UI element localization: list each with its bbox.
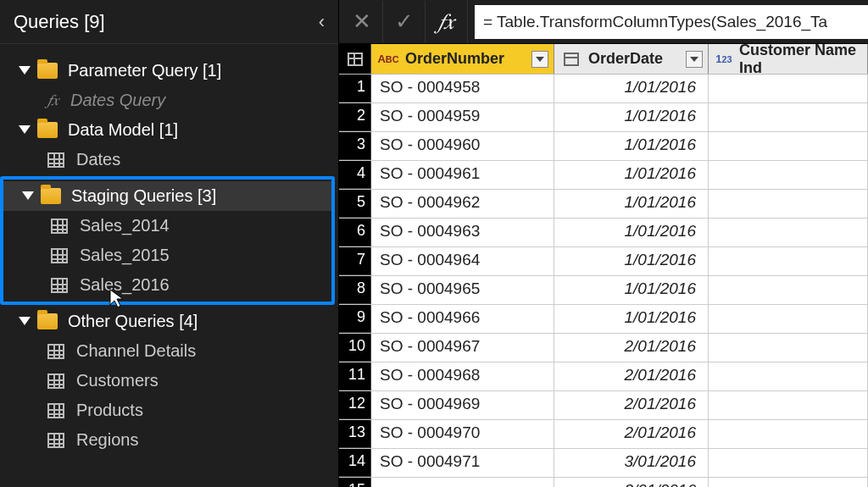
cell-customer[interactable]: [709, 478, 868, 487]
cell-ordernumber[interactable]: SO - 0004966: [371, 305, 554, 333]
cell-customer[interactable]: [709, 219, 868, 246]
cell-ordernumber[interactable]: SO - 0004964: [371, 247, 554, 275]
cell-customer[interactable]: [709, 334, 868, 362]
table-row[interactable]: 10SO - 00049672/01/2016: [339, 334, 868, 362]
row-number[interactable]: 3: [339, 132, 371, 160]
cell-ordernumber[interactable]: SO - 0004971: [371, 449, 554, 477]
cell-orderdate[interactable]: 1/01/2016: [554, 305, 709, 333]
row-number[interactable]: 11: [339, 362, 371, 390]
column-header-orderdate[interactable]: OrderDate: [554, 44, 709, 74]
cell-orderdate[interactable]: 3/01/2016: [554, 478, 709, 487]
cell-orderdate[interactable]: 1/01/2016: [554, 190, 709, 218]
cell-ordernumber[interactable]: SO - 0004967: [371, 334, 554, 362]
row-number[interactable]: 9: [339, 305, 371, 333]
query-item[interactable]: Products: [0, 396, 338, 425]
cell-orderdate[interactable]: 2/01/2016: [554, 362, 709, 390]
collapse-pane-icon[interactable]: ‹: [319, 11, 325, 33]
cell-orderdate[interactable]: 1/01/2016: [554, 161, 709, 189]
commit-formula-button[interactable]: ✓: [383, 1, 426, 43]
cell-customer[interactable]: [709, 449, 868, 477]
cell-ordernumber[interactable]: [371, 478, 554, 487]
cell-customer[interactable]: [709, 161, 868, 189]
cell-ordernumber[interactable]: SO - 0004961: [371, 161, 554, 189]
table-row[interactable]: 1SO - 00049581/01/2016: [339, 75, 868, 103]
column-header-ordernumber[interactable]: ABC OrderNumber: [371, 44, 554, 74]
query-item[interactable]: 𝑓𝑥Dates Query: [0, 86, 338, 115]
cell-customer[interactable]: [709, 420, 868, 448]
table-row[interactable]: 3SO - 00049601/01/2016: [339, 132, 868, 161]
cell-orderdate[interactable]: 1/01/2016: [554, 132, 709, 160]
cell-customer[interactable]: [709, 305, 868, 333]
table-row[interactable]: 153/01/2016: [339, 478, 868, 487]
formula-input[interactable]: = Table.TransformColumnTypes(Sales_2016_…: [475, 5, 868, 39]
cell-orderdate[interactable]: 3/01/2016: [554, 449, 709, 477]
select-all-corner[interactable]: [339, 44, 371, 74]
cell-customer[interactable]: [709, 103, 868, 131]
cell-ordernumber[interactable]: SO - 0004960: [371, 132, 554, 160]
query-item[interactable]: Sales_2014: [3, 211, 331, 241]
cell-orderdate[interactable]: 1/01/2016: [554, 75, 709, 102]
table-row[interactable]: 12SO - 00049692/01/2016: [339, 391, 868, 420]
query-item[interactable]: Sales_2015: [3, 241, 331, 270]
column-header-customer[interactable]: 123 Customer Name Ind: [709, 44, 868, 74]
row-number[interactable]: 2: [339, 103, 371, 131]
cell-orderdate[interactable]: 1/01/2016: [554, 103, 709, 131]
cell-customer[interactable]: [709, 75, 868, 102]
cell-customer[interactable]: [709, 362, 868, 390]
table-row[interactable]: 7SO - 00049641/01/2016: [339, 247, 868, 276]
row-number[interactable]: 8: [339, 276, 371, 304]
query-item[interactable]: Sales_2016: [3, 270, 331, 300]
cell-ordernumber[interactable]: SO - 0004965: [371, 276, 554, 304]
query-item[interactable]: Customers: [0, 366, 338, 396]
row-number[interactable]: 15: [339, 478, 371, 487]
cell-ordernumber[interactable]: SO - 0004958: [371, 75, 554, 102]
row-number[interactable]: 14: [339, 449, 371, 477]
row-number[interactable]: 13: [339, 420, 371, 448]
cell-ordernumber[interactable]: SO - 0004962: [371, 190, 554, 218]
query-item[interactable]: Dates: [0, 145, 338, 174]
cell-ordernumber[interactable]: SO - 0004959: [371, 103, 554, 131]
cell-orderdate[interactable]: 1/01/2016: [554, 219, 709, 246]
row-number[interactable]: 10: [339, 334, 371, 362]
row-number[interactable]: 6: [339, 219, 371, 246]
table-row[interactable]: 6SO - 00049631/01/2016: [339, 219, 868, 247]
cell-orderdate[interactable]: 2/01/2016: [554, 420, 709, 448]
cell-customer[interactable]: [709, 132, 868, 160]
cell-orderdate[interactable]: 1/01/2016: [554, 276, 709, 304]
table-row[interactable]: 2SO - 00049591/01/2016: [339, 103, 868, 132]
row-number[interactable]: 5: [339, 190, 371, 218]
folder-0[interactable]: Parameter Query [1]: [0, 56, 338, 86]
query-item[interactable]: Regions: [0, 425, 338, 455]
table-row[interactable]: 11SO - 00049682/01/2016: [339, 362, 868, 391]
table-row[interactable]: 13SO - 00049702/01/2016: [339, 420, 868, 449]
folder-2[interactable]: Staging Queries [3]: [3, 181, 331, 211]
cell-ordernumber[interactable]: SO - 0004968: [371, 362, 554, 390]
fx-button[interactable]: 𝑓𝑥: [426, 1, 468, 43]
row-number[interactable]: 7: [339, 247, 371, 275]
row-number[interactable]: 4: [339, 161, 371, 189]
folder-3[interactable]: Other Queries [4]: [0, 307, 338, 336]
cell-customer[interactable]: [709, 391, 868, 419]
cell-ordernumber[interactable]: SO - 0004963: [371, 219, 554, 246]
column-filter-button[interactable]: [686, 51, 703, 68]
cell-customer[interactable]: [709, 276, 868, 304]
cell-orderdate[interactable]: 1/01/2016: [554, 247, 709, 275]
cell-customer[interactable]: [709, 190, 868, 218]
table-row[interactable]: 9SO - 00049661/01/2016: [339, 305, 868, 334]
row-number[interactable]: 1: [339, 75, 371, 102]
query-label: Channel Details: [76, 341, 196, 361]
cancel-formula-button[interactable]: ✕: [341, 1, 383, 43]
table-row[interactable]: 14SO - 00049713/01/2016: [339, 449, 868, 478]
cell-ordernumber[interactable]: SO - 0004969: [371, 391, 554, 419]
column-filter-button[interactable]: [531, 51, 548, 68]
table-row[interactable]: 4SO - 00049611/01/2016: [339, 161, 868, 190]
row-number[interactable]: 12: [339, 391, 371, 419]
table-row[interactable]: 5SO - 00049621/01/2016: [339, 190, 868, 219]
cell-orderdate[interactable]: 2/01/2016: [554, 391, 709, 419]
cell-orderdate[interactable]: 2/01/2016: [554, 334, 709, 362]
cell-ordernumber[interactable]: SO - 0004970: [371, 420, 554, 448]
folder-1[interactable]: Data Model [1]: [0, 115, 338, 145]
query-item[interactable]: Channel Details: [0, 336, 338, 366]
cell-customer[interactable]: [709, 247, 868, 275]
table-row[interactable]: 8SO - 00049651/01/2016: [339, 276, 868, 305]
